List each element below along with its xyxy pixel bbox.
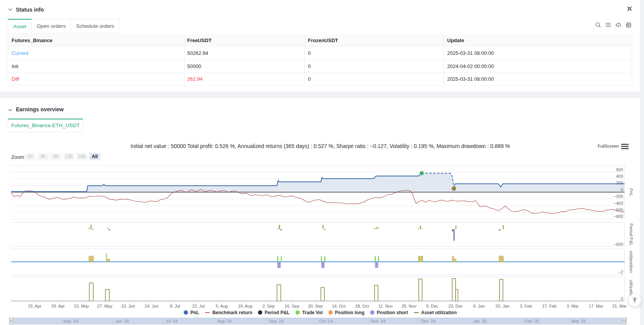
- svg-text:3. Mar: 3. Mar: [567, 304, 579, 308]
- svg-text:Feb ’25: Feb ’25: [525, 319, 539, 323]
- svg-text:−200: −200: [613, 194, 623, 199]
- svg-text:Jun ’24: Jun ’24: [115, 319, 129, 323]
- svg-text:20. Jan: 20. Jan: [495, 304, 509, 308]
- svg-text:Aug ’24: Aug ’24: [217, 319, 231, 323]
- svg-text:17. Mar: 17. Mar: [589, 304, 603, 308]
- svg-text:Jan ’25: Jan ’25: [473, 319, 487, 323]
- svg-text:0: 0: [621, 187, 623, 192]
- svg-text:19. Aug: 19. Aug: [238, 304, 252, 308]
- svg-text:200: 200: [616, 180, 623, 185]
- svg-text:3. Feb: 3. Feb: [520, 304, 532, 308]
- svg-text:Jul ’24: Jul ’24: [165, 319, 178, 323]
- svg-text:6. Jan: 6. Jan: [473, 304, 485, 308]
- svg-text:9. Dec: 9. Dec: [426, 304, 439, 308]
- svg-text:17. Feb: 17. Feb: [542, 304, 556, 308]
- svg-text:−2: −2: [618, 270, 623, 274]
- svg-text:400: 400: [616, 174, 623, 179]
- svg-text:30. Sep: 30. Sep: [308, 304, 323, 308]
- svg-text:23. Dec: 23. Dec: [448, 304, 463, 308]
- svg-text:−400: −400: [613, 201, 623, 206]
- svg-text:5. Aug: 5. Aug: [216, 304, 228, 308]
- svg-text:22. Jul: 22. Jul: [192, 304, 205, 308]
- svg-text:10. Jun: 10. Jun: [121, 304, 135, 308]
- svg-text:vol/position: vol/position: [629, 251, 634, 273]
- svg-text:May ’24: May ’24: [63, 319, 79, 323]
- svg-text:0: 0: [621, 296, 623, 301]
- svg-text:Nov ’24: Nov ’24: [371, 319, 385, 323]
- svg-text:Dec ’24: Dec ’24: [421, 319, 436, 323]
- svg-text:31. Mar: 31. Mar: [612, 304, 627, 308]
- svg-text:−600: −600: [613, 208, 623, 212]
- svg-text:PnL: PnL: [629, 188, 634, 196]
- svg-text:24. Jun: 24. Jun: [145, 304, 159, 308]
- svg-text:29. Apr: 29. Apr: [51, 304, 65, 308]
- svg-text:11. Nov: 11. Nov: [378, 304, 393, 308]
- svg-text:Period P&L: Period P&L: [629, 223, 634, 246]
- svg-text:16. Sep: 16. Sep: [285, 304, 299, 308]
- svg-text:Mar ’25: Mar ’25: [572, 319, 586, 323]
- svg-text:8. Jul: 8. Jul: [170, 304, 180, 308]
- svg-text:600: 600: [616, 167, 623, 172]
- svg-text:2. Sep: 2. Sep: [262, 304, 275, 308]
- svg-text:14. Oct: 14. Oct: [332, 304, 345, 308]
- svg-text:13. May: 13. May: [74, 304, 89, 308]
- svg-text:28. Oct: 28. Oct: [355, 304, 369, 308]
- svg-text:15. Apr: 15. Apr: [28, 304, 41, 308]
- svg-text:Oct ’24: Oct ’24: [319, 319, 333, 323]
- svg-text:−800: −800: [613, 214, 623, 219]
- svg-text:27. May: 27. May: [97, 304, 113, 308]
- svg-text:−600: −600: [613, 242, 623, 247]
- svg-text:Sep ’24: Sep ’24: [269, 319, 284, 323]
- svg-text:25. Nov: 25. Nov: [401, 304, 416, 308]
